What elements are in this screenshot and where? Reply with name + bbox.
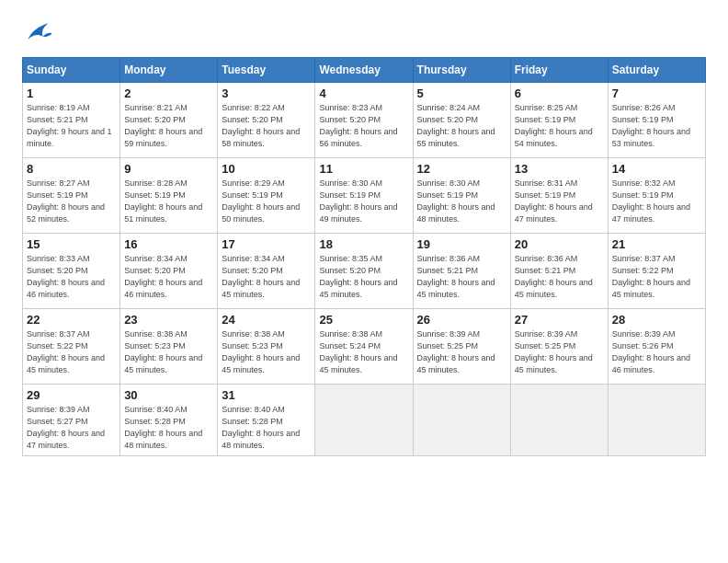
day-info: Sunrise: 8:38 AMSunset: 5:24 PMDaylight:… [319,328,408,376]
day-info: Sunrise: 8:36 AMSunset: 5:21 PMDaylight:… [515,253,604,301]
day-info: Sunrise: 8:37 AMSunset: 5:22 PMDaylight:… [27,328,116,376]
day-info: Sunrise: 8:39 AMSunset: 5:25 PMDaylight:… [515,328,604,376]
day-info: Sunrise: 8:22 AMSunset: 5:20 PMDaylight:… [222,102,311,150]
table-row: 14Sunrise: 8:32 AMSunset: 5:19 PMDayligh… [608,158,705,234]
day-info: Sunrise: 8:40 AMSunset: 5:28 PMDaylight:… [222,404,311,452]
table-row: 15Sunrise: 8:33 AMSunset: 5:20 PMDayligh… [23,234,120,309]
day-number: 23 [124,313,213,327]
day-number: 2 [124,86,213,100]
day-info: Sunrise: 8:30 AMSunset: 5:19 PMDaylight:… [319,178,408,225]
day-info: Sunrise: 8:27 AMSunset: 5:19 PMDaylight:… [27,178,116,225]
page: Sunday Monday Tuesday Wednesday Thursday… [0,0,728,563]
day-number: 10 [222,162,311,176]
day-number: 8 [27,162,116,176]
day-number: 20 [515,237,604,251]
day-info: Sunrise: 8:39 AMSunset: 5:26 PMDaylight:… [612,328,701,376]
day-info: Sunrise: 8:26 AMSunset: 5:19 PMDaylight:… [612,102,701,150]
day-info: Sunrise: 8:34 AMSunset: 5:20 PMDaylight:… [222,253,311,301]
calendar-week-3: 15Sunrise: 8:33 AMSunset: 5:20 PMDayligh… [23,234,706,309]
table-row: 6Sunrise: 8:25 AMSunset: 5:19 PMDaylight… [510,83,608,158]
table-row: 4Sunrise: 8:23 AMSunset: 5:20 PMDaylight… [315,83,413,158]
day-number: 12 [417,162,506,176]
col-sunday: Sunday [23,58,120,83]
header [22,18,706,44]
calendar-header: Sunday Monday Tuesday Wednesday Thursday… [23,58,706,83]
calendar-week-2: 8Sunrise: 8:27 AMSunset: 5:19 PMDaylight… [23,158,706,234]
table-row: 17Sunrise: 8:34 AMSunset: 5:20 PMDayligh… [218,234,315,309]
table-row: 23Sunrise: 8:38 AMSunset: 5:23 PMDayligh… [120,309,218,385]
calendar-week-1: 1Sunrise: 8:19 AMSunset: 5:21 PMDaylight… [23,83,706,158]
table-row: 24Sunrise: 8:38 AMSunset: 5:23 PMDayligh… [218,309,315,385]
day-info: Sunrise: 8:30 AMSunset: 5:19 PMDaylight:… [417,178,506,225]
day-info: Sunrise: 8:28 AMSunset: 5:19 PMDaylight:… [124,178,213,225]
table-row: 19Sunrise: 8:36 AMSunset: 5:21 PMDayligh… [413,234,510,309]
table-row: 31Sunrise: 8:40 AMSunset: 5:28 PMDayligh… [218,385,315,456]
logo [22,18,57,44]
day-number: 4 [319,86,408,100]
day-info: Sunrise: 8:31 AMSunset: 5:19 PMDaylight:… [515,178,604,225]
day-number: 16 [124,237,213,251]
day-info: Sunrise: 8:32 AMSunset: 5:19 PMDaylight:… [612,178,701,225]
table-row: 21Sunrise: 8:37 AMSunset: 5:22 PMDayligh… [608,234,705,309]
day-number: 9 [124,162,213,176]
day-number: 21 [612,237,701,251]
calendar-week-5: 29Sunrise: 8:39 AMSunset: 5:27 PMDayligh… [23,385,706,456]
day-number: 31 [222,388,311,402]
day-info: Sunrise: 8:24 AMSunset: 5:20 PMDaylight:… [417,102,506,150]
day-info: Sunrise: 8:36 AMSunset: 5:21 PMDaylight:… [417,253,506,301]
day-info: Sunrise: 8:33 AMSunset: 5:20 PMDaylight:… [27,253,116,301]
table-row: 8Sunrise: 8:27 AMSunset: 5:19 PMDaylight… [23,158,120,234]
table-row: 13Sunrise: 8:31 AMSunset: 5:19 PMDayligh… [510,158,608,234]
table-row: 25Sunrise: 8:38 AMSunset: 5:24 PMDayligh… [315,309,413,385]
table-row: 20Sunrise: 8:36 AMSunset: 5:21 PMDayligh… [510,234,608,309]
table-row: 27Sunrise: 8:39 AMSunset: 5:25 PMDayligh… [510,309,608,385]
day-number: 30 [124,388,213,402]
day-info: Sunrise: 8:34 AMSunset: 5:20 PMDaylight:… [124,253,213,301]
table-row: 28Sunrise: 8:39 AMSunset: 5:26 PMDayligh… [608,309,705,385]
day-number: 27 [515,313,604,327]
table-row: 18Sunrise: 8:35 AMSunset: 5:20 PMDayligh… [315,234,413,309]
day-number: 1 [27,86,116,100]
col-wednesday: Wednesday [315,58,413,83]
day-number: 13 [515,162,604,176]
day-info: Sunrise: 8:39 AMSunset: 5:27 PMDaylight:… [27,404,116,452]
day-info: Sunrise: 8:19 AMSunset: 5:21 PMDaylight:… [27,102,116,150]
table-row: 16Sunrise: 8:34 AMSunset: 5:20 PMDayligh… [120,234,218,309]
day-info: Sunrise: 8:21 AMSunset: 5:20 PMDaylight:… [124,102,213,150]
day-number: 18 [319,237,408,251]
table-row: 7Sunrise: 8:26 AMSunset: 5:19 PMDaylight… [608,83,705,158]
day-info: Sunrise: 8:35 AMSunset: 5:20 PMDaylight:… [319,253,408,301]
day-info: Sunrise: 8:40 AMSunset: 5:28 PMDaylight:… [124,404,213,452]
table-row: 10Sunrise: 8:29 AMSunset: 5:19 PMDayligh… [218,158,315,234]
day-number: 28 [612,313,701,327]
day-number: 14 [612,162,701,176]
day-number: 7 [612,86,701,100]
col-friday: Friday [510,58,608,83]
calendar-week-4: 22Sunrise: 8:37 AMSunset: 5:22 PMDayligh… [23,309,706,385]
table-row: 1Sunrise: 8:19 AMSunset: 5:21 PMDaylight… [23,83,120,158]
table-row [315,385,413,456]
calendar: Sunday Monday Tuesday Wednesday Thursday… [22,57,706,456]
col-thursday: Thursday [413,58,510,83]
table-row [510,385,608,456]
table-row: 11Sunrise: 8:30 AMSunset: 5:19 PMDayligh… [315,158,413,234]
table-row: 29Sunrise: 8:39 AMSunset: 5:27 PMDayligh… [23,385,120,456]
day-info: Sunrise: 8:25 AMSunset: 5:19 PMDaylight:… [515,102,604,150]
day-info: Sunrise: 8:29 AMSunset: 5:19 PMDaylight:… [222,178,311,225]
col-tuesday: Tuesday [218,58,315,83]
table-row: 3Sunrise: 8:22 AMSunset: 5:20 PMDaylight… [218,83,315,158]
table-row: 12Sunrise: 8:30 AMSunset: 5:19 PMDayligh… [413,158,510,234]
day-info: Sunrise: 8:38 AMSunset: 5:23 PMDaylight:… [124,328,213,376]
day-number: 25 [319,313,408,327]
col-monday: Monday [120,58,218,83]
day-info: Sunrise: 8:37 AMSunset: 5:22 PMDaylight:… [612,253,701,301]
day-info: Sunrise: 8:38 AMSunset: 5:23 PMDaylight:… [222,328,311,376]
day-number: 29 [27,388,116,402]
header-row: Sunday Monday Tuesday Wednesday Thursday… [23,58,706,83]
table-row: 2Sunrise: 8:21 AMSunset: 5:20 PMDaylight… [120,83,218,158]
day-number: 17 [222,237,311,251]
day-number: 3 [222,86,311,100]
day-number: 26 [417,313,506,327]
day-number: 11 [319,162,408,176]
table-row: 9Sunrise: 8:28 AMSunset: 5:19 PMDaylight… [120,158,218,234]
